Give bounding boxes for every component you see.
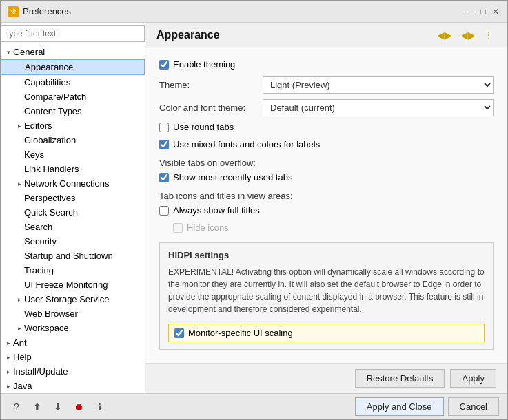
expander-icon [14,165,24,174]
sidebar-item-label: Java [13,381,32,391]
sidebar-item-ui-freeze-monitoring[interactable]: UI Freeze Monitoring [1,277,145,292]
always-full-titles-row: Always show full titles [159,205,494,216]
sidebar-item-install-update[interactable]: ▸Install/Update [1,364,145,379]
hide-icons-checkbox[interactable] [173,223,183,233]
expander-icon [14,208,24,218]
hide-icons-row: Hide icons [159,222,494,233]
title-bar: ⚙ Preferences — □ ✕ [1,1,507,23]
expander-icon: ▾ [3,48,13,57]
bottom-buttons: Apply and Close Cancel [355,397,499,416]
sidebar-item-web-browser[interactable]: Web Browser [1,306,145,321]
sidebar-item-label: General [13,47,45,57]
back-button[interactable]: ◀▶ [434,28,455,42]
sidebar-item-label: Search [24,222,52,232]
bottom-icons: ? ⬆ ⬇ ⏺ ℹ [9,399,107,414]
sidebar-item-label: UI Freeze Monitoring [24,280,108,290]
more-button[interactable]: ⋮ [481,28,496,42]
help-icon[interactable]: ? [9,399,24,414]
sidebar-item-link-handlers[interactable]: Link Handlers [1,162,145,176]
sidebar-item-label: Appearance [25,62,73,72]
sidebar-item-tracing[interactable]: Tracing [1,263,145,277]
sidebar-item-label: Tracing [24,265,54,275]
maximize-button[interactable]: □ [478,7,488,17]
cancel-button[interactable]: Cancel [448,397,499,416]
round-tabs-label: Use round tabs [173,122,234,132]
sidebar-item-label: Network Connections [24,178,110,189]
expander-icon [14,280,24,290]
record-icon[interactable]: ⏺ [71,399,86,414]
sidebar-item-label: Quick Search [24,207,78,218]
sidebar-item-label: Perspectives [24,193,75,203]
sidebar-item-general[interactable]: ▾General [1,45,145,59]
sidebar-item-capabilities[interactable]: Capabilities [1,75,145,90]
restore-defaults-button[interactable]: Restore Defaults [355,369,445,388]
minimize-button[interactable]: — [466,7,476,17]
theme-row: Theme: Light (Preview) [159,76,494,94]
expander-icon [14,92,24,102]
expander-icon: ▸ [14,295,24,304]
sidebar-item-compare-patch[interactable]: Compare/Patch [1,90,145,104]
expander-icon [14,193,24,203]
expander-icon: ▸ [3,381,13,391]
tab-icons-section: Tab icons and titles in view areas: [159,191,494,201]
export-icon[interactable]: ⬇ [50,399,65,414]
sidebar-item-label: Link Handlers [24,164,79,174]
sidebar-item-content-types[interactable]: Content Types [1,104,145,118]
expander-icon [14,309,24,319]
sidebar-item-label: User Storage Service [24,294,110,304]
sidebar-item-perspectives[interactable]: Perspectives [1,191,145,205]
info-icon[interactable]: ℹ [92,399,107,414]
sidebar-item-appearance[interactable]: Appearance [1,59,145,75]
show-recent-tabs-checkbox[interactable] [159,173,169,182]
close-button[interactable]: ✕ [491,7,500,17]
expander-icon: ▸ [14,324,24,333]
sidebar-item-globalization[interactable]: Globalization [1,133,145,147]
apply-button[interactable]: Apply [450,369,496,388]
sidebar-item-user-storage-service[interactable]: ▸User Storage Service [1,292,145,306]
sidebar-item-label: Globalization [24,135,76,145]
round-tabs-row: Use round tabs [159,122,494,132]
monitor-scaling-checkbox[interactable] [174,328,184,338]
sidebar-item-security[interactable]: Security [1,234,145,249]
sidebar-item-startup-shutdown[interactable]: Startup and Shutdown [1,249,145,263]
apply-close-button[interactable]: Apply and Close [355,397,444,416]
theme-select[interactable]: Light (Preview) [263,76,494,94]
sidebar-item-java[interactable]: ▸Java [1,379,145,393]
sidebar-item-network-connections[interactable]: ▸Network Connections [1,176,145,191]
main-panel: Appearance ◀▶ ◀▶ ⋮ Enable theming Theme: [145,23,507,393]
import-icon[interactable]: ⬆ [30,399,45,414]
expander-icon [14,150,24,160]
color-font-select[interactable]: Default (current) [263,99,494,116]
expander-icon [14,266,24,275]
visible-tabs-section: Visible tabs on overflow: [159,158,494,168]
sidebar-item-editors[interactable]: ▸Editors [1,118,145,133]
color-font-row: Color and font theme: Default (current) [159,99,494,116]
enable-theming-checkbox[interactable] [159,60,169,70]
sidebar-item-keys[interactable]: Keys [1,147,145,162]
expander-icon [14,251,24,261]
sidebar-item-label: Help [13,352,32,362]
always-full-titles-checkbox[interactable] [159,206,169,216]
tree-container: ▾GeneralAppearanceCapabilitiesCompare/Pa… [1,45,145,393]
filter-input[interactable] [1,25,145,42]
sidebar-item-label: Content Types [24,106,82,116]
hidpi-title: HiDPI settings [168,250,485,260]
show-recent-tabs-label: Show most recently used tabs [173,172,292,182]
monitor-scaling-label: Monitor-specific UI scaling [188,328,293,338]
sidebar-item-ant[interactable]: ▸Ant [1,335,145,350]
round-tabs-checkbox[interactable] [159,123,169,132]
expander-icon [14,237,24,246]
hide-icons-label: Hide icons [187,222,229,233]
sidebar-item-workspace[interactable]: ▸Workspace [1,321,145,335]
mixed-fonts-checkbox[interactable] [159,140,169,149]
window-title: Preferences [23,6,71,17]
forward-button[interactable]: ◀▶ [458,28,478,42]
panel-title: Appearance [156,29,220,41]
expander-icon [15,63,25,72]
show-recent-tabs-row: Show most recently used tabs [159,172,494,182]
sidebar-item-help[interactable]: ▸Help [1,350,145,364]
title-bar-left: ⚙ Preferences [8,6,71,17]
sidebar-item-quick-search[interactable]: Quick Search [1,205,145,220]
expander-icon: ▸ [3,338,13,348]
sidebar-item-search[interactable]: Search [1,220,145,234]
